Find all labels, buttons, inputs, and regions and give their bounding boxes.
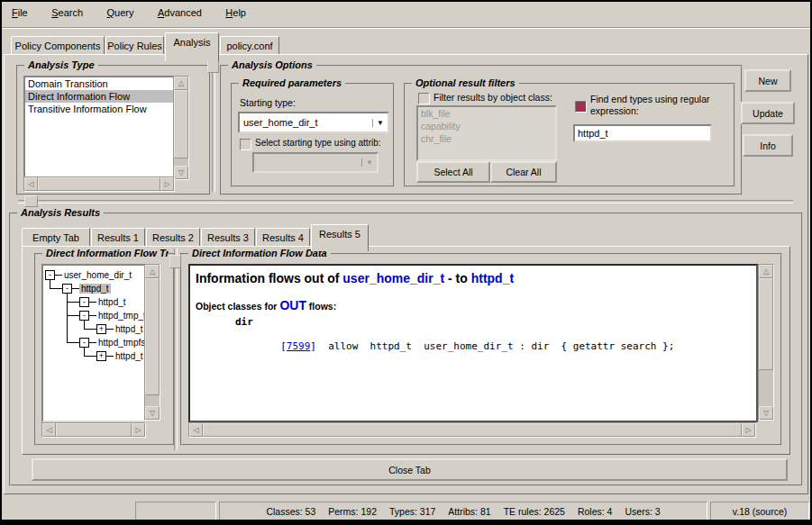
flow-direction: OUT — [279, 298, 306, 312]
analysis-results-group: Analysis Results Empty Tab Results 1 Res… — [9, 213, 803, 486]
tree-node-label[interactable]: user_home_dir_t — [62, 270, 133, 280]
attrib-checkbox[interactable] — [240, 139, 251, 150]
required-parameters-title: Required parameters — [239, 77, 345, 88]
analysis-type-hscrollbar[interactable]: ◁ ▷ — [23, 177, 175, 192]
scroll-up-button[interactable]: △ — [145, 265, 160, 278]
attrib-combobox-disabled: ▼ — [252, 152, 379, 173]
results-vertical-sash[interactable] — [174, 249, 178, 450]
menu-file[interactable]: File — [4, 4, 36, 22]
rule-line: [7599] allow httpd_t user_home_dir_t : d… — [221, 329, 674, 364]
status-version-box: v.18 (source) — [710, 502, 809, 520]
tree-connector — [67, 315, 79, 316]
analysis-type-vscrollbar[interactable]: △ ▽ — [173, 76, 189, 180]
scroll-down-button[interactable]: ▽ — [174, 166, 188, 179]
menu-query[interactable]: Query — [99, 4, 142, 22]
tree-expander[interactable]: + — [96, 324, 106, 334]
scrollbar-thumb[interactable] — [174, 90, 188, 158]
list-item[interactable]: Transitive Information Flow — [25, 103, 175, 115]
tree-hscrollbar[interactable]: ◁ ▷ — [41, 422, 146, 438]
list-item-selected[interactable]: Direct Information Flow — [25, 90, 175, 103]
analysis-type-listbox[interactable]: Domain Transition Direct Information Flo… — [23, 76, 177, 182]
required-parameters-group: Required parameters Starting type: user_… — [231, 83, 395, 187]
flow-tree-title: Direct Information Flow Tree — [42, 248, 169, 258]
filter-object-class-checkbox[interactable] — [418, 93, 430, 104]
scroll-left-button[interactable]: ◁ — [189, 423, 203, 437]
tree-connector — [89, 342, 96, 343]
flow-tree-canvas[interactable]: -user_home_dir_t -httpd_t -httpd_t -http… — [41, 264, 148, 422]
results-vertical-sash-handle[interactable] — [169, 255, 181, 268]
scroll-left-button[interactable]: ◁ — [42, 423, 56, 437]
scroll-right-button[interactable]: ▷ — [742, 423, 755, 437]
menu-search[interactable]: Search — [43, 4, 91, 22]
tree-node-label[interactable]: httpd_t — [114, 351, 145, 361]
scroll-left-icon: ◁ — [193, 427, 198, 434]
optional-result-filters-group: Optional result filters Filter results b… — [404, 83, 735, 187]
horizontal-sash-handle[interactable] — [24, 195, 38, 207]
filter-object-class-label: Filter results by object class: — [433, 92, 552, 103]
tree-expander[interactable]: - — [79, 297, 89, 307]
scroll-left-icon: ◁ — [28, 181, 33, 188]
tree-row: -httpd_tmp_t — [79, 309, 148, 322]
horizontal-sash[interactable] — [18, 200, 793, 204]
tab-results-5[interactable]: Results 5 — [311, 224, 369, 251]
scroll-down-button[interactable]: ▽ — [759, 406, 773, 420]
rule-id-link[interactable]: 7599 — [287, 340, 311, 352]
tree-node-label-selected[interactable]: httpd_t — [79, 284, 111, 294]
scrollbar-thumb[interactable] — [56, 423, 132, 437]
list-item[interactable]: Domain Transition — [25, 77, 175, 90]
tree-node-label[interactable]: httpd_tmp_t — [96, 311, 148, 321]
dropdown-arrow-icon[interactable]: ▼ — [372, 119, 388, 127]
close-tab-button[interactable]: Close Tab — [32, 458, 788, 481]
scroll-right-icon: ▷ — [135, 427, 141, 434]
scroll-right-button[interactable]: ▷ — [132, 423, 145, 437]
scrollbar-thumb[interactable] — [759, 278, 773, 370]
scroll-right-button[interactable]: ▷ — [160, 177, 174, 191]
tree-expander[interactable]: + — [96, 351, 106, 361]
tree-expander[interactable]: - — [79, 311, 89, 321]
regex-checkbox[interactable] — [575, 101, 587, 113]
data-vscrollbar[interactable]: △ ▽ — [758, 264, 774, 421]
tree-expander[interactable]: - — [79, 338, 89, 348]
flow-data-textarea[interactable]: Information flows out of user_home_dir_t… — [188, 264, 758, 422]
data-hscrollbar[interactable]: ◁ ▷ — [188, 422, 756, 438]
tree-node-label[interactable]: httpd_t — [114, 324, 145, 334]
scroll-left-button[interactable]: ◁ — [24, 177, 38, 191]
regex-input[interactable] — [573, 124, 712, 142]
scroll-down-button[interactable]: ▽ — [145, 406, 160, 420]
scrollbar-track — [56, 423, 132, 437]
tree-vscrollbar[interactable]: △ ▽ — [144, 264, 160, 421]
analysis-type-group: Analysis Type Domain Transition Direct I… — [16, 65, 211, 195]
status-empty-box — [135, 502, 216, 520]
top-vertical-sash-handle[interactable] — [207, 59, 219, 73]
menu-help[interactable]: Help — [217, 4, 254, 22]
tree-expander[interactable]: - — [45, 270, 55, 280]
scrollbar-thumb[interactable] — [203, 423, 742, 437]
top-vertical-sash[interactable] — [212, 56, 215, 192]
tree-connector — [84, 329, 96, 330]
scroll-up-button[interactable]: △ — [759, 265, 773, 278]
tree-connector — [89, 315, 96, 316]
tree-row: -user_home_dir_t — [45, 268, 133, 282]
clear-all-button[interactable]: Clear All — [490, 161, 557, 183]
tab-analysis[interactable]: Analysis — [165, 32, 219, 61]
info-button[interactable]: Info — [743, 134, 793, 157]
starting-type-combobox[interactable]: user_home_dir_t ▼ — [238, 112, 389, 133]
scrollbar-track — [203, 423, 742, 437]
scrollbar-thumb[interactable] — [145, 278, 160, 395]
menu-advanced[interactable]: Advanced — [150, 4, 210, 22]
scrollbar-thumb[interactable] — [38, 177, 160, 191]
stat-roles: Roles: 4 — [578, 506, 613, 517]
tree-expander[interactable]: - — [62, 284, 72, 294]
flow-source-type: user_home_dir_t — [342, 271, 444, 285]
analysis-options-group: Analysis Options Required parameters Sta… — [220, 65, 743, 195]
regex-label-line2: expression: — [590, 105, 639, 116]
scroll-up-button[interactable]: △ — [174, 77, 188, 90]
attrib-checkbox-label: Select starting type using attrib: — [255, 138, 381, 148]
update-button[interactable]: Update — [741, 102, 795, 124]
tree-node-label[interactable]: httpd_t — [96, 297, 128, 307]
tree-node-label[interactable]: httpd_tmpfs_t — [96, 338, 148, 348]
select-all-button[interactable]: Select All — [416, 161, 490, 183]
regex-label-line1: Find end types using regular — [590, 94, 710, 104]
new-button[interactable]: New — [744, 69, 791, 92]
tree-connector — [106, 356, 114, 357]
